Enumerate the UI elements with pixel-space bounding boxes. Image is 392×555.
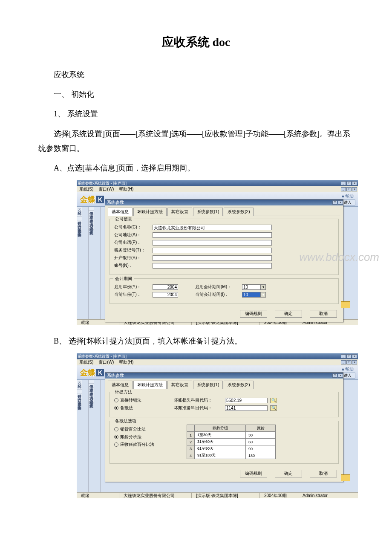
loss-code-field[interactable]: 5502.19: [225, 398, 268, 403]
radio-balance-pct[interactable]: [114, 442, 118, 447]
sidebar-item-finance[interactable]: 财务会计: [77, 217, 82, 220]
sidebar-item-group[interactable]: 集团合并: [77, 401, 82, 405]
bank-field[interactable]: [153, 255, 272, 261]
table-cell[interactable]: 61至90天: [195, 445, 246, 452]
start-year-field[interactable]: 2004: [153, 284, 178, 290]
curr-period-combo[interactable]: 10▾: [242, 292, 266, 298]
chevron-down-icon[interactable]: ▾: [260, 292, 265, 297]
sidebar-item-prod[interactable]: 生产管理: [89, 214, 94, 218]
tab-sys2[interactable]: 系统参数(2): [224, 208, 254, 216]
tab-basic-info[interactable]: 基本信息: [108, 381, 133, 389]
company-name-field[interactable]: 大连铁龙实业股份有限公司: [153, 225, 272, 230]
ok-button[interactable]: 确定: [275, 310, 302, 318]
logo-text: 金蝶: [80, 367, 95, 378]
folder-icon[interactable]: [341, 301, 350, 308]
maximize-icon[interactable]: □: [346, 181, 352, 185]
mdi-minimize-icon[interactable]: _: [341, 187, 346, 191]
tab-sys1[interactable]: 系统参数(1): [193, 208, 223, 216]
menu-system[interactable]: 系统(S): [79, 186, 93, 192]
sidebar-item-mgmt[interactable]: 管理会计: [77, 220, 82, 224]
close-icon[interactable]: ×: [352, 181, 357, 185]
menu-system[interactable]: 系统(S): [79, 359, 93, 365]
table-cell[interactable]: 30: [246, 432, 276, 439]
radio-allowance[interactable]: [114, 406, 118, 410]
menu-window[interactable]: 窗口(W): [98, 359, 114, 365]
sidebar-item-hr[interactable]: 人力资源: [89, 391, 94, 395]
reserve-code-label: 坏账准备科目代码：: [174, 405, 225, 411]
dialog-help-icon[interactable]: ?: [332, 200, 337, 205]
cancel-button[interactable]: 取消: [310, 310, 337, 318]
table-cell[interactable]: 91至180天: [195, 452, 246, 459]
help-link[interactable]: ▲帮助: [341, 366, 354, 372]
lookup-icon[interactable]: 🔍: [270, 405, 277, 411]
tab-bad-debt[interactable]: 坏账计提方法: [133, 381, 167, 389]
close-icon[interactable]: ×: [352, 354, 357, 358]
menu-help[interactable]: 帮助(H): [119, 359, 133, 365]
sidebar-item-prod[interactable]: 生产管理: [89, 387, 94, 391]
sidebar-item-mgmt[interactable]: 管理会计: [77, 393, 82, 397]
mdi-minimize-icon[interactable]: _: [341, 360, 346, 364]
dialog-close-icon[interactable]: ×: [338, 373, 343, 378]
table-cell[interactable]: 90: [246, 445, 276, 452]
phone-field[interactable]: [153, 240, 272, 246]
sidebar-item-perf[interactable]: 企业绩效: [89, 222, 94, 226]
sidebar-item-supply[interactable]: 供应链: [89, 207, 94, 211]
sidebar-item-sys[interactable]: 系统设置: [89, 226, 94, 230]
sidebar-item-finance[interactable]: 财务会计: [77, 390, 82, 393]
encode-rules-button[interactable]: 编码规则: [240, 310, 267, 318]
radio-aging[interactable]: [114, 435, 118, 439]
table-cell[interactable]: 1至30天: [195, 432, 246, 439]
dialog-close-icon[interactable]: ×: [338, 200, 343, 205]
sidebar-item-perf[interactable]: 企业绩效: [89, 395, 94, 399]
cancel-button[interactable]: 取消: [310, 470, 337, 477]
folder-icon[interactable]: [341, 474, 350, 481]
menu-window[interactable]: 窗口(W): [98, 186, 114, 192]
sidebar-item-treasury[interactable]: 资金管理: [77, 224, 82, 228]
reserve-code-field[interactable]: 1141: [225, 405, 268, 411]
mdi-close-icon[interactable]: ×: [352, 360, 357, 364]
table-cell[interactable]: 180: [246, 452, 276, 459]
table-cell[interactable]: 60: [246, 439, 276, 445]
maximize-icon[interactable]: □: [346, 354, 352, 358]
address-field[interactable]: [153, 232, 272, 238]
acct-field[interactable]: [153, 263, 272, 269]
menu-help[interactable]: 帮助(H): [119, 186, 133, 192]
sidebar-left-outer: 我的K/3 财务会计 管理会计 资金管理 集团合并: [77, 207, 89, 319]
encode-rules-button[interactable]: 编码规则: [240, 470, 267, 477]
table-cell[interactable]: 31至60天: [195, 439, 246, 445]
tab-other[interactable]: 其它设置: [167, 208, 192, 216]
group-options-title: 备抵法选项: [113, 418, 138, 424]
para-settings: 1、 系统设置: [38, 107, 354, 121]
sidebar-item-cost[interactable]: 成本管理: [89, 384, 94, 387]
dialog-help-icon[interactable]: ?: [332, 373, 337, 378]
tax-field[interactable]: [153, 248, 272, 253]
sidebar-item-cost[interactable]: 成本管理: [89, 211, 94, 214]
tab-sys1[interactable]: 系统参数(1): [193, 381, 223, 389]
sidebar-item-my-k3[interactable]: 我的K/3: [77, 207, 82, 217]
minimize-icon[interactable]: _: [341, 354, 346, 358]
radio-sales-pct[interactable]: [114, 427, 118, 431]
tab-bad-debt[interactable]: 坏账计提方法: [133, 208, 167, 216]
sidebar-item-hr[interactable]: 人力资源: [89, 218, 94, 222]
sidebar-item-my-k3[interactable]: 我的K/3: [77, 380, 82, 390]
ok-button[interactable]: 确定: [275, 470, 302, 477]
tab-other[interactable]: 其它设置: [167, 381, 192, 389]
tab-sys2[interactable]: 系统参数(2): [224, 381, 254, 389]
mdi-maximize-icon[interactable]: □: [346, 187, 352, 191]
sidebar-item-treasury[interactable]: 资金管理: [77, 397, 82, 401]
help-link[interactable]: ▲帮助: [341, 193, 354, 199]
sidebar-item-sys[interactable]: 系统设置: [89, 399, 94, 403]
lookup-icon[interactable]: 🔍: [270, 398, 277, 403]
mdi-maximize-icon[interactable]: □: [346, 360, 352, 364]
group-company-title: 公司信息: [113, 216, 134, 222]
aging-table[interactable]: 账龄分组账龄 11至30天30 231至60天60 361至90天90 491至…: [187, 425, 276, 459]
mdi-close-icon[interactable]: ×: [352, 187, 357, 191]
sidebar-item-group[interactable]: 集团合并: [77, 228, 82, 232]
tab-basic-info[interactable]: 基本信息: [108, 208, 133, 216]
chevron-down-icon[interactable]: ▾: [260, 285, 265, 289]
radio-direct[interactable]: [114, 398, 118, 402]
curr-year-field[interactable]: 2004: [153, 292, 178, 298]
sidebar-item-supply[interactable]: 供应链: [89, 380, 94, 384]
start-period-combo[interactable]: 10▾: [242, 284, 266, 290]
minimize-icon[interactable]: _: [341, 181, 346, 185]
